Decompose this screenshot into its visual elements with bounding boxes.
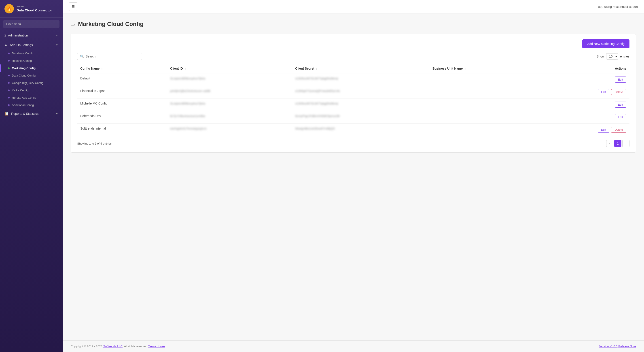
dot-heroku-app (8, 97, 10, 99)
delete-button-1[interactable]: Delete (611, 89, 626, 95)
config-table: Config Name ↕ Client ID ↕ Client Secret … (77, 64, 630, 136)
sidebar-item-heroku-app-config[interactable]: Heroku App Config (0, 94, 62, 101)
administration-label: Administration (8, 34, 56, 37)
cell-actions-3: Edit (536, 111, 630, 124)
nav-group-addon-settings[interactable]: ⚙ Add-On Settings ▼ (0, 40, 62, 50)
col-header-actions: Actions (536, 64, 630, 73)
sidebar-item-redshift-config[interactable]: Redshift Config (0, 57, 62, 65)
nav-section-reports: 📋 Reports & Statistics ▼ (0, 109, 62, 118)
table-controls: 🔍 Show 10 25 50 entries (77, 53, 630, 60)
cell-business-unit-0 (429, 73, 536, 86)
version-link[interactable]: Version v1.6.0 (599, 344, 618, 348)
table-row: Financial in Japan p4r4jhri1jBsC0s4o4uru… (77, 86, 630, 99)
edit-button-3[interactable]: Edit (615, 114, 626, 120)
table-footer: Showing 1 to 5 of 5 entries ‹ 1 › (77, 140, 630, 147)
edit-button-0[interactable]: Edit (615, 77, 626, 83)
sort-icon-config-name: ↕ (101, 67, 103, 70)
chevron-addon-settings: ▼ (56, 44, 58, 46)
logo-text: Heroku Data Cloud Connector (16, 5, 52, 12)
gear-icon: ⚙ (4, 43, 8, 47)
pagination-next[interactable]: › (622, 140, 630, 147)
app-logo: 🔥 (4, 4, 14, 14)
page-title-icon: ▭ (71, 22, 75, 27)
bigquery-config-label: Google BigQuery Config (12, 81, 44, 85)
period: . (165, 344, 166, 348)
page-title: Marketing Cloud Config (78, 21, 144, 28)
cell-actions-0: Edit (536, 73, 630, 86)
sidebar-item-additional-config[interactable]: Additional Config (0, 101, 62, 109)
add-marketing-config-button[interactable]: Add New Marketing Config (582, 39, 630, 48)
release-note-link[interactable]: Release Note (618, 344, 636, 348)
card-top: Add New Marketing Config (77, 39, 630, 48)
heroku-app-config-label: Heroku App Config (12, 96, 36, 99)
cell-config-name-1: Financial in Japan (77, 86, 167, 99)
dot-bigquery (8, 82, 10, 84)
entries-select[interactable]: 10 25 50 (606, 53, 618, 60)
company-link[interactable]: Softtrends LLC (103, 344, 122, 348)
cell-client-secret-2: s13H6uoW73L0it77qtqg0hs8kmp (292, 99, 429, 111)
nav-section-addon-settings: ⚙ Add-On Settings ▼ Database Config Reds… (0, 40, 62, 109)
sidebar-item-database-config[interactable]: Database Config (0, 50, 62, 57)
sidebar-item-data-cloud-config[interactable]: Data Cloud Config (0, 72, 62, 79)
kafka-config-label: Kafka Config (12, 89, 28, 92)
sort-icon-client-secret: ↕ (316, 67, 318, 70)
delete-button-4[interactable]: Delete (611, 127, 626, 133)
reports-icon: 📋 (4, 111, 9, 116)
cell-client-id-0: 3Loqword80lbouytour7jkiss (167, 73, 292, 86)
footer-right: Version v1.6.0 Release Note (599, 344, 636, 348)
dot-additional (8, 104, 10, 106)
dot-data-cloud (8, 75, 10, 76)
show-label: Show (596, 55, 604, 58)
cell-client-secret-1: s13h6qH71lumnjQFr/wsd#8Ssl.t4s (292, 86, 429, 99)
cell-client-id-3: 8c7jcYr8bu4uexiue1um8ke (167, 111, 292, 124)
copyright-text: Copyright © 2017 - 2023 (71, 344, 103, 348)
sidebar-item-bigquery-config[interactable]: Google BigQuery Config (0, 79, 62, 87)
edit-button-2[interactable]: Edit (615, 102, 626, 108)
cell-business-unit-1 (429, 86, 536, 99)
sidebar-item-kafka-config[interactable]: Kafka Config (0, 87, 62, 94)
nav-section-administration: ℹ Administration ▼ (0, 31, 62, 40)
nav-group-reports[interactable]: 📋 Reports & Statistics ▼ (0, 109, 62, 118)
cell-client-id-1: p4r4jhri1jBsC0s4o4urum ca0Bt (167, 86, 292, 99)
edit-button-1[interactable]: Edit (598, 89, 609, 95)
page-title-row: ▭ Marketing Cloud Config (71, 21, 636, 28)
pagination: ‹ 1 › (606, 140, 630, 147)
sort-icon-business-unit: ↕ (464, 67, 466, 70)
edit-button-4[interactable]: Edit (598, 127, 609, 133)
sidebar-header: 🔥 Heroku Data Cloud Connector (0, 0, 62, 18)
redshift-config-label: Redshift Config (12, 59, 32, 63)
table-row: Softtrends Dev 8c7jcYr8bu4uexiue1um8ke 8… (77, 111, 630, 124)
page-content: ▭ Marketing Cloud Config Add New Marketi… (62, 14, 644, 340)
cell-client-secret-0: s13H6uoW73L0it77qtqg0hs8kmp (292, 73, 429, 86)
sort-icon-client-id: ↕ (184, 67, 186, 70)
pagination-prev[interactable]: ‹ (606, 140, 613, 147)
search-input[interactable] (86, 55, 139, 58)
col-header-client-id: Client ID ↕ (167, 64, 292, 73)
terms-link[interactable]: Terms of use (148, 344, 164, 348)
table-body: Default 3Loqword80lbouytour7jkiss s13H6u… (77, 73, 630, 136)
topbar-app-id: app-using-mcconnect-addon (598, 5, 638, 9)
info-icon: ℹ (4, 33, 6, 37)
showing-text: Showing 1 to 5 of 5 entries (77, 142, 112, 145)
main-card: Add New Marketing Config 🔍 Show 10 25 50… (71, 34, 636, 153)
search-wrapper: 🔍 (77, 53, 142, 60)
cell-actions-2: Edit (536, 99, 630, 111)
rights-text: . All rights reserved. (122, 344, 148, 348)
filter-menu-input[interactable]: Filter menu (3, 20, 60, 28)
search-icon: 🔍 (80, 55, 84, 58)
cell-business-unit-4 (429, 124, 536, 136)
heroku-label: Heroku (16, 5, 52, 8)
hamburger-button[interactable]: ☰ (69, 3, 77, 11)
dot-kafka (8, 90, 10, 91)
sidebar-item-marketing-config[interactable]: Marketing Config (0, 65, 62, 72)
cell-client-id-2: 3Loqword80lbouytour7jkiss (167, 99, 292, 111)
cell-client-id-4: werhqptimt17hmeatyprglov1 (167, 124, 292, 136)
pagination-page-1[interactable]: 1 (614, 140, 622, 147)
cell-config-name-3: Softtrends Dev (77, 111, 167, 124)
col-header-business-unit: Business Unit Name ↕ (429, 64, 536, 73)
cell-config-name-2: Michelle MC Config (77, 99, 167, 111)
show-entries-control: Show 10 25 50 entries (596, 53, 630, 60)
database-config-label: Database Config (12, 52, 34, 55)
nav-group-administration[interactable]: ℹ Administration ▼ (0, 31, 62, 40)
dot-database (8, 53, 10, 54)
